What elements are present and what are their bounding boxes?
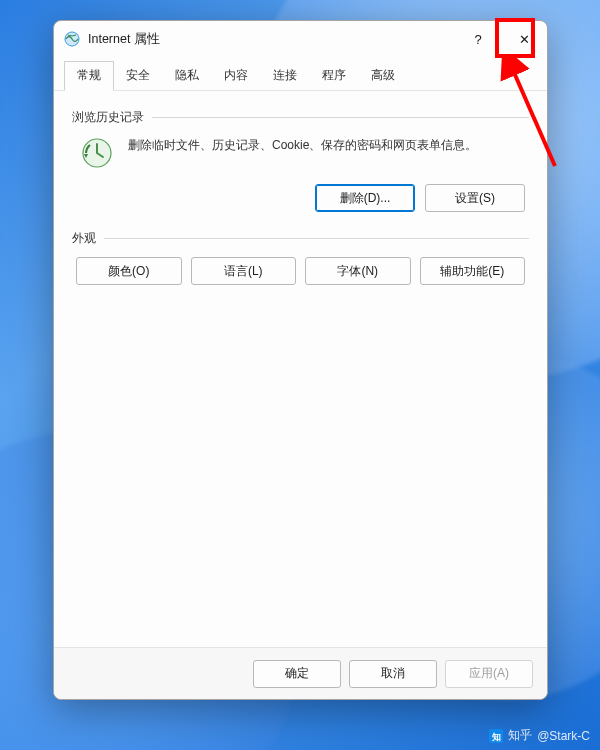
apply-button[interactable]: 应用(A) [445, 660, 533, 688]
fonts-button[interactable]: 字体(N) [305, 257, 411, 285]
history-settings-button[interactable]: 设置(S) [425, 184, 525, 212]
group-divider [152, 117, 529, 118]
ok-button[interactable]: 确定 [253, 660, 341, 688]
help-icon: ? [474, 32, 481, 47]
group-title: 浏览历史记录 [72, 109, 144, 126]
tab-programs[interactable]: 程序 [309, 61, 359, 91]
zhihu-icon: 知 [489, 729, 503, 743]
tab-label: 高级 [371, 68, 395, 82]
titlebar-close-button[interactable]: ✕ [501, 21, 547, 57]
tab-label: 隐私 [175, 68, 199, 82]
tab-advanced[interactable]: 高级 [358, 61, 408, 91]
cancel-button[interactable]: 取消 [349, 660, 437, 688]
tab-security[interactable]: 安全 [113, 61, 163, 91]
tab-label: 常规 [77, 68, 101, 82]
history-icon [80, 136, 114, 170]
svg-text:知: 知 [491, 731, 501, 741]
tabstrip: 常规 安全 隐私 内容 连接 程序 高级 [54, 57, 547, 91]
accessibility-button[interactable]: 辅助功能(E) [420, 257, 526, 285]
group-divider [104, 238, 529, 239]
internet-options-icon [64, 31, 80, 47]
watermark: 知 知乎 @Stark-C [489, 727, 590, 744]
history-description: 删除临时文件、历史记录、Cookie、保存的密码和网页表单信息。 [128, 136, 529, 154]
titlebar-help-button[interactable]: ? [455, 21, 501, 57]
colors-button[interactable]: 颜色(O) [76, 257, 182, 285]
tab-general[interactable]: 常规 [64, 61, 114, 91]
watermark-site: 知乎 [508, 727, 532, 744]
close-icon: ✕ [519, 32, 530, 47]
delete-history-button[interactable]: 删除(D)... [315, 184, 415, 212]
titlebar[interactable]: Internet 属性 ? ✕ [54, 21, 547, 57]
group-appearance: 外观 颜色(O) 语言(L) 字体(N) 辅助功能(E) [72, 230, 529, 285]
watermark-author: @Stark-C [537, 729, 590, 743]
languages-button[interactable]: 语言(L) [191, 257, 297, 285]
group-browsing-history: 浏览历史记录 删除临时文件、历史记录、Cookie、保存的密码和网页表单信息。 … [72, 109, 529, 212]
dialog-footer: 确定 取消 应用(A) [54, 647, 547, 699]
tab-privacy[interactable]: 隐私 [162, 61, 212, 91]
window-title: Internet 属性 [88, 31, 455, 48]
tab-content[interactable]: 内容 [211, 61, 261, 91]
tab-panel-general: 浏览历史记录 删除临时文件、历史记录、Cookie、保存的密码和网页表单信息。 … [54, 91, 547, 647]
tab-label: 内容 [224, 68, 248, 82]
tab-label: 安全 [126, 68, 150, 82]
tab-label: 程序 [322, 68, 346, 82]
group-title: 外观 [72, 230, 96, 247]
tab-connections[interactable]: 连接 [260, 61, 310, 91]
tab-label: 连接 [273, 68, 297, 82]
internet-properties-dialog: Internet 属性 ? ✕ 常规 安全 隐私 内容 连接 程序 高级 浏览历… [53, 20, 548, 700]
